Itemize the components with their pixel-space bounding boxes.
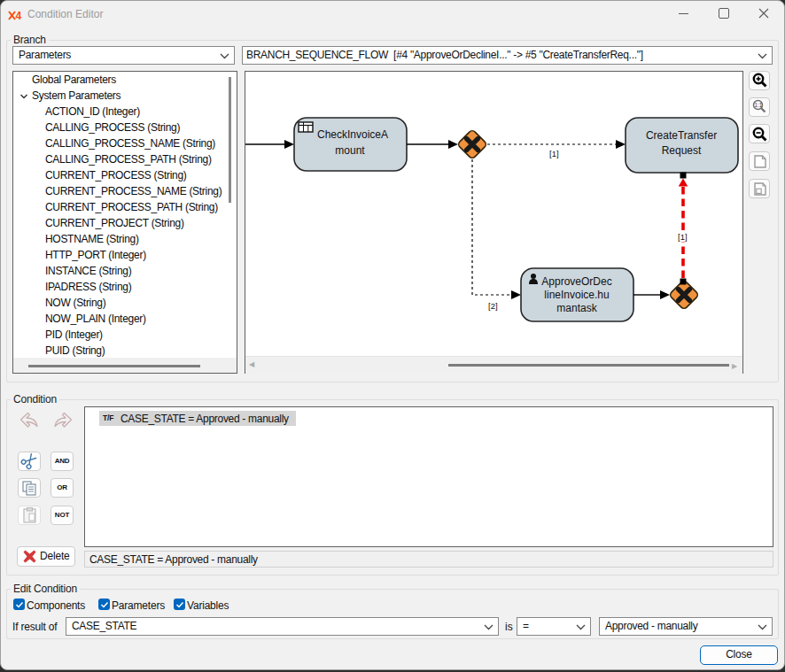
svg-text:[1]: [1] [549,149,559,158]
svg-text:mantask: mantask [556,302,597,314]
svg-text:mount: mount [335,144,365,157]
svg-text:1:1: 1:1 [754,102,762,108]
svg-text:[2]: [2] [488,301,498,311]
svg-text:ApproveOrDec: ApproveOrDec [541,275,611,288]
svg-text:[1]: [1] [678,232,688,242]
svg-text:CheckInvoiceA: CheckInvoiceA [317,128,388,141]
svg-text:4: 4 [16,11,22,20]
svg-text:lineInvoice.hu: lineInvoice.hu [544,289,609,301]
svg-text:CreateTransfer: CreateTransfer [646,129,717,142]
svg-text:Request: Request [662,144,702,157]
